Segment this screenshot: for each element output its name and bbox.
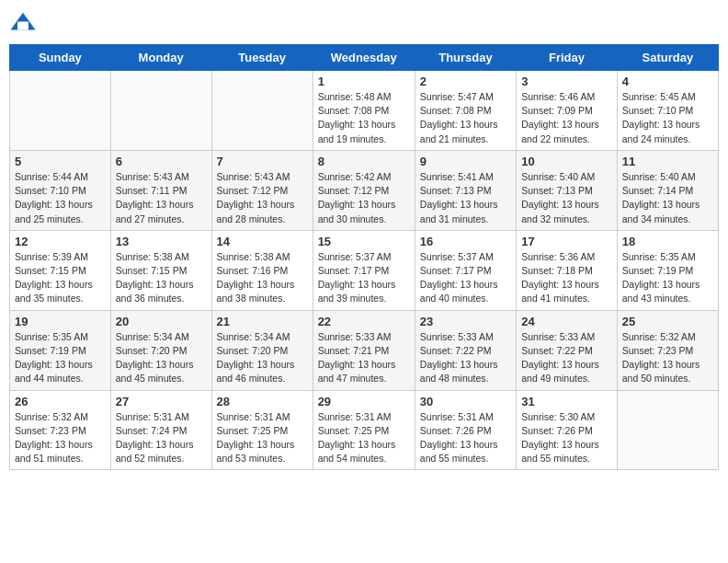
calendar-cell: 12Sunrise: 5:39 AMSunset: 7:15 PMDayligh… bbox=[10, 230, 111, 310]
calendar-cell: 14Sunrise: 5:38 AMSunset: 7:16 PMDayligh… bbox=[211, 230, 313, 310]
day-number: 8 bbox=[318, 155, 410, 168]
day-number: 31 bbox=[521, 395, 612, 408]
day-info: Sunrise: 5:36 AMSunset: 7:18 PMDaylight:… bbox=[521, 250, 612, 306]
day-info: Sunrise: 5:44 AMSunset: 7:10 PMDaylight:… bbox=[15, 170, 106, 226]
calendar-cell: 3Sunrise: 5:46 AMSunset: 7:09 PMDaylight… bbox=[517, 71, 618, 151]
day-info: Sunrise: 5:41 AMSunset: 7:13 PMDaylight:… bbox=[420, 170, 511, 226]
day-number: 10 bbox=[521, 155, 612, 168]
day-info: Sunrise: 5:40 AMSunset: 7:13 PMDaylight:… bbox=[521, 170, 612, 226]
svg-rect-1 bbox=[17, 22, 28, 30]
day-number: 1 bbox=[318, 75, 410, 88]
day-info: Sunrise: 5:39 AMSunset: 7:15 PMDaylight:… bbox=[15, 250, 106, 306]
calendar-cell: 16Sunrise: 5:37 AMSunset: 7:17 PMDayligh… bbox=[415, 230, 516, 310]
day-info: Sunrise: 5:31 AMSunset: 7:25 PMDaylight:… bbox=[217, 410, 308, 466]
day-number: 22 bbox=[318, 315, 410, 328]
day-number: 17 bbox=[521, 235, 612, 248]
day-number: 3 bbox=[521, 75, 612, 88]
day-info: Sunrise: 5:30 AMSunset: 7:26 PMDaylight:… bbox=[521, 410, 612, 466]
calendar-cell: 23Sunrise: 5:33 AMSunset: 7:22 PMDayligh… bbox=[415, 310, 516, 390]
day-info: Sunrise: 5:31 AMSunset: 7:24 PMDaylight:… bbox=[116, 410, 207, 466]
logo-icon bbox=[9, 9, 37, 37]
day-info: Sunrise: 5:35 AMSunset: 7:19 PMDaylight:… bbox=[622, 250, 713, 306]
day-info: Sunrise: 5:37 AMSunset: 7:17 PMDaylight:… bbox=[318, 250, 410, 306]
day-info: Sunrise: 5:46 AMSunset: 7:09 PMDaylight:… bbox=[521, 90, 612, 146]
day-info: Sunrise: 5:45 AMSunset: 7:10 PMDaylight:… bbox=[622, 90, 713, 146]
calendar-cell: 9Sunrise: 5:41 AMSunset: 7:13 PMDaylight… bbox=[415, 150, 516, 230]
day-number: 18 bbox=[622, 235, 713, 248]
calendar-cell: 20Sunrise: 5:34 AMSunset: 7:20 PMDayligh… bbox=[110, 310, 211, 390]
day-info: Sunrise: 5:31 AMSunset: 7:26 PMDaylight:… bbox=[420, 410, 511, 466]
calendar-table: SundayMondayTuesdayWednesdayThursdayFrid… bbox=[9, 44, 719, 470]
day-number: 11 bbox=[622, 155, 713, 168]
day-number: 21 bbox=[217, 315, 308, 328]
calendar-cell bbox=[110, 71, 211, 151]
day-number: 19 bbox=[15, 315, 106, 328]
logo bbox=[9, 9, 40, 37]
calendar-cell: 21Sunrise: 5:34 AMSunset: 7:20 PMDayligh… bbox=[211, 310, 313, 390]
calendar-cell: 25Sunrise: 5:32 AMSunset: 7:23 PMDayligh… bbox=[617, 310, 718, 390]
calendar-cell: 19Sunrise: 5:35 AMSunset: 7:19 PMDayligh… bbox=[10, 310, 111, 390]
day-info: Sunrise: 5:38 AMSunset: 7:15 PMDaylight:… bbox=[116, 250, 207, 306]
calendar-cell: 26Sunrise: 5:32 AMSunset: 7:23 PMDayligh… bbox=[10, 390, 111, 470]
calendar-cell: 17Sunrise: 5:36 AMSunset: 7:18 PMDayligh… bbox=[517, 230, 618, 310]
calendar-cell bbox=[211, 71, 313, 151]
calendar-cell: 24Sunrise: 5:33 AMSunset: 7:22 PMDayligh… bbox=[517, 310, 618, 390]
day-number: 5 bbox=[15, 155, 106, 168]
day-number: 7 bbox=[217, 155, 308, 168]
day-number: 9 bbox=[420, 155, 511, 168]
calendar-cell bbox=[617, 390, 718, 470]
day-info: Sunrise: 5:43 AMSunset: 7:11 PMDaylight:… bbox=[116, 170, 207, 226]
day-info: Sunrise: 5:32 AMSunset: 7:23 PMDaylight:… bbox=[15, 410, 106, 466]
day-number: 2 bbox=[420, 75, 511, 88]
column-header-wednesday: Wednesday bbox=[313, 45, 415, 71]
day-number: 23 bbox=[420, 315, 511, 328]
day-number: 4 bbox=[622, 75, 713, 88]
day-number: 16 bbox=[420, 235, 511, 248]
day-number: 20 bbox=[116, 315, 207, 328]
day-info: Sunrise: 5:48 AMSunset: 7:08 PMDaylight:… bbox=[318, 90, 410, 146]
day-number: 26 bbox=[15, 395, 106, 408]
day-info: Sunrise: 5:38 AMSunset: 7:16 PMDaylight:… bbox=[217, 250, 308, 306]
page-header bbox=[9, 9, 719, 37]
calendar-cell: 13Sunrise: 5:38 AMSunset: 7:15 PMDayligh… bbox=[110, 230, 211, 310]
calendar-cell: 18Sunrise: 5:35 AMSunset: 7:19 PMDayligh… bbox=[617, 230, 718, 310]
calendar-cell: 8Sunrise: 5:42 AMSunset: 7:12 PMDaylight… bbox=[313, 150, 415, 230]
calendar-cell: 27Sunrise: 5:31 AMSunset: 7:24 PMDayligh… bbox=[110, 390, 211, 470]
day-info: Sunrise: 5:47 AMSunset: 7:08 PMDaylight:… bbox=[420, 90, 511, 146]
day-info: Sunrise: 5:35 AMSunset: 7:19 PMDaylight:… bbox=[15, 330, 106, 386]
calendar-cell: 7Sunrise: 5:43 AMSunset: 7:12 PMDaylight… bbox=[211, 150, 313, 230]
day-info: Sunrise: 5:42 AMSunset: 7:12 PMDaylight:… bbox=[318, 170, 410, 226]
column-header-sunday: Sunday bbox=[10, 45, 111, 71]
calendar-cell: 29Sunrise: 5:31 AMSunset: 7:25 PMDayligh… bbox=[313, 390, 415, 470]
calendar-cell bbox=[10, 71, 111, 151]
calendar-cell: 15Sunrise: 5:37 AMSunset: 7:17 PMDayligh… bbox=[313, 230, 415, 310]
day-info: Sunrise: 5:33 AMSunset: 7:22 PMDaylight:… bbox=[521, 330, 612, 386]
day-number: 28 bbox=[217, 395, 308, 408]
day-info: Sunrise: 5:33 AMSunset: 7:22 PMDaylight:… bbox=[420, 330, 511, 386]
calendar-cell: 10Sunrise: 5:40 AMSunset: 7:13 PMDayligh… bbox=[517, 150, 618, 230]
day-number: 12 bbox=[15, 235, 106, 248]
calendar-cell: 4Sunrise: 5:45 AMSunset: 7:10 PMDaylight… bbox=[617, 71, 718, 151]
day-number: 24 bbox=[521, 315, 612, 328]
day-info: Sunrise: 5:34 AMSunset: 7:20 PMDaylight:… bbox=[116, 330, 207, 386]
day-number: 30 bbox=[420, 395, 511, 408]
day-info: Sunrise: 5:31 AMSunset: 7:25 PMDaylight:… bbox=[318, 410, 410, 466]
calendar-cell: 28Sunrise: 5:31 AMSunset: 7:25 PMDayligh… bbox=[211, 390, 313, 470]
day-number: 25 bbox=[622, 315, 713, 328]
column-header-saturday: Saturday bbox=[617, 45, 718, 71]
day-info: Sunrise: 5:43 AMSunset: 7:12 PMDaylight:… bbox=[217, 170, 308, 226]
calendar-cell: 11Sunrise: 5:40 AMSunset: 7:14 PMDayligh… bbox=[617, 150, 718, 230]
calendar-cell: 6Sunrise: 5:43 AMSunset: 7:11 PMDaylight… bbox=[110, 150, 211, 230]
day-info: Sunrise: 5:33 AMSunset: 7:21 PMDaylight:… bbox=[318, 330, 410, 386]
day-number: 27 bbox=[116, 395, 207, 408]
day-info: Sunrise: 5:40 AMSunset: 7:14 PMDaylight:… bbox=[622, 170, 713, 226]
day-number: 15 bbox=[318, 235, 410, 248]
day-number: 29 bbox=[318, 395, 410, 408]
calendar-cell: 2Sunrise: 5:47 AMSunset: 7:08 PMDaylight… bbox=[415, 71, 516, 151]
calendar-cell: 22Sunrise: 5:33 AMSunset: 7:21 PMDayligh… bbox=[313, 310, 415, 390]
day-number: 6 bbox=[116, 155, 207, 168]
day-number: 14 bbox=[217, 235, 308, 248]
calendar-cell: 1Sunrise: 5:48 AMSunset: 7:08 PMDaylight… bbox=[313, 71, 415, 151]
column-header-tuesday: Tuesday bbox=[211, 45, 313, 71]
day-number: 13 bbox=[116, 235, 207, 248]
